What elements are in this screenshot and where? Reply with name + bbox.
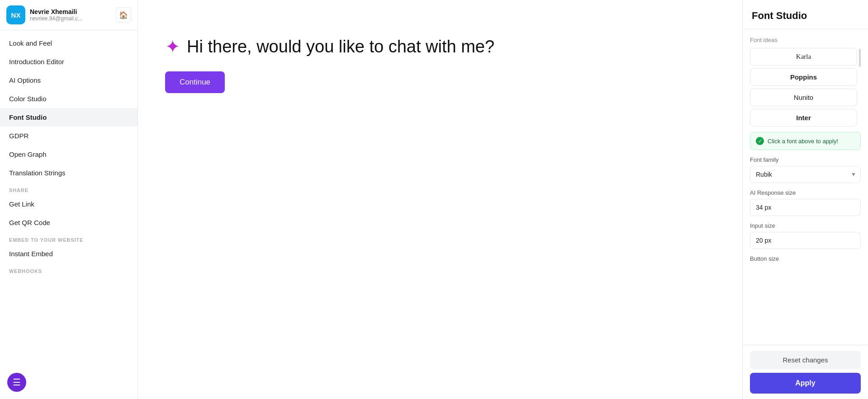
font-idea-nunito[interactable]: Nunito <box>750 89 857 106</box>
sidebar: NX Nevrie Xhemaili nevriee.94@gmail.c...… <box>0 0 138 399</box>
intro-heading: ✦ Hi there, would you like to chat with … <box>165 36 494 57</box>
font-idea-karla[interactable]: Karla <box>750 48 857 66</box>
sidebar-item-font-studio[interactable]: Font Studio <box>0 108 138 127</box>
font-idea-inter[interactable]: Inter <box>750 109 857 127</box>
font-ideas-list-wrapper: Karla Poppins Nunito Inter <box>750 48 857 132</box>
right-panel-footer: Reset changes Apply <box>743 345 868 399</box>
right-panel: Font Studio Font ideas Karla Poppins Nun… <box>742 0 868 399</box>
menu-button[interactable]: ☰ <box>7 373 26 392</box>
chat-intro: ✦ Hi there, would you like to chat with … <box>165 36 494 93</box>
font-ideas-track: Karla Poppins Nunito Inter <box>750 48 861 132</box>
user-email: nevriee.94@gmail.c... <box>30 15 111 22</box>
webhooks-section-label: WEBHOOKS <box>0 263 138 276</box>
apply-hint: ✓ Click a font above to apply! <box>750 132 861 150</box>
check-icon: ✓ <box>756 137 764 145</box>
input-size-label: Input size <box>750 222 861 229</box>
apply-button[interactable]: Apply <box>750 373 861 394</box>
home-button[interactable]: 🏠 <box>116 7 131 23</box>
ai-response-size-label: AI Response size <box>750 189 861 196</box>
menu-icon: ☰ <box>13 377 21 388</box>
font-family-wrapper: Rubik Karla Poppins Nunito Inter Open Sa… <box>750 166 861 183</box>
sidebar-item-gdpr[interactable]: GDPR <box>0 127 138 145</box>
font-ideas-list: Karla Poppins Nunito Inter <box>750 48 857 127</box>
sidebar-item-look-and-feel[interactable]: Look and Feel <box>0 34 138 52</box>
user-info: Nevrie Xhemaili nevriee.94@gmail.c... <box>30 8 111 22</box>
font-family-label: Font family <box>750 156 861 163</box>
share-section-label: SHARE <box>0 182 138 195</box>
user-name: Nevrie Xhemaili <box>30 8 111 15</box>
continue-button[interactable]: Continue <box>165 71 225 93</box>
sidebar-header: NX Nevrie Xhemaili nevriee.94@gmail.c...… <box>0 0 138 30</box>
avatar: NX <box>6 5 25 24</box>
sidebar-item-ai-options[interactable]: AI Options <box>0 71 138 89</box>
button-size-group: Button size <box>750 255 861 262</box>
reset-button[interactable]: Reset changes <box>750 351 861 369</box>
sidebar-item-get-link[interactable]: Get Link <box>0 195 138 213</box>
sidebar-item-color-studio[interactable]: Color Studio <box>0 89 138 108</box>
ai-response-size-input[interactable] <box>750 199 861 216</box>
font-ideas-label: Font ideas <box>750 37 861 43</box>
sidebar-item-translation-strings[interactable]: Translation Strings <box>0 164 138 182</box>
font-family-select[interactable]: Rubik Karla Poppins Nunito Inter Open Sa… <box>750 166 861 183</box>
sparkle-icon: ✦ <box>165 36 180 57</box>
font-ideas-scrollbar-thumb <box>859 49 861 67</box>
right-panel-body: Font ideas Karla Poppins Nunito Inter ✓ … <box>743 29 868 345</box>
font-idea-poppins[interactable]: Poppins <box>750 68 857 86</box>
button-size-label: Button size <box>750 255 861 262</box>
sidebar-nav: Look and Feel Introduction Editor AI Opt… <box>0 30 138 399</box>
hint-text: Click a font above to apply! <box>768 138 838 145</box>
right-panel-title: Font Studio <box>743 0 868 29</box>
input-size-input[interactable] <box>750 232 861 249</box>
embed-section-label: EMBED TO YOUR WEBSITE <box>0 232 138 244</box>
sidebar-item-instant-embed[interactable]: Instant Embed <box>0 244 138 263</box>
main-content: ✦ Hi there, would you like to chat with … <box>138 0 742 399</box>
sidebar-item-introduction-editor[interactable]: Introduction Editor <box>0 52 138 71</box>
font-ideas-scrollbar <box>859 48 861 132</box>
ai-response-size-group: AI Response size <box>750 189 861 216</box>
intro-text: Hi there, would you like to chat with me… <box>187 37 494 56</box>
sidebar-item-get-qr-code[interactable]: Get QR Code <box>0 213 138 232</box>
font-family-group: Font family Rubik Karla Poppins Nunito I… <box>750 156 861 183</box>
sidebar-item-open-graph[interactable]: Open Graph <box>0 145 138 164</box>
input-size-group: Input size <box>750 222 861 249</box>
